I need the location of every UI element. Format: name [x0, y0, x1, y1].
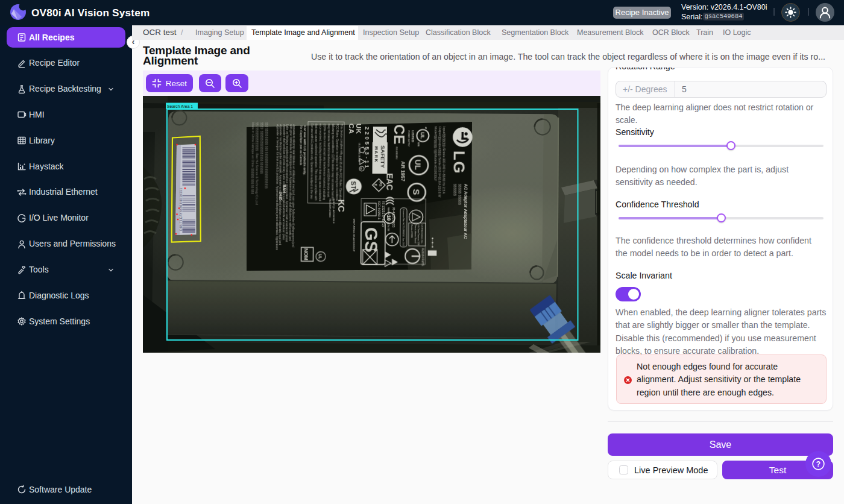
svg-text:Search Area 1: Search Area 1	[167, 104, 193, 108]
svg-text:F48(T1EAY659104010331: F48(T1EAY659104010331	[179, 187, 183, 231]
svg-text:?: ?	[816, 460, 820, 468]
